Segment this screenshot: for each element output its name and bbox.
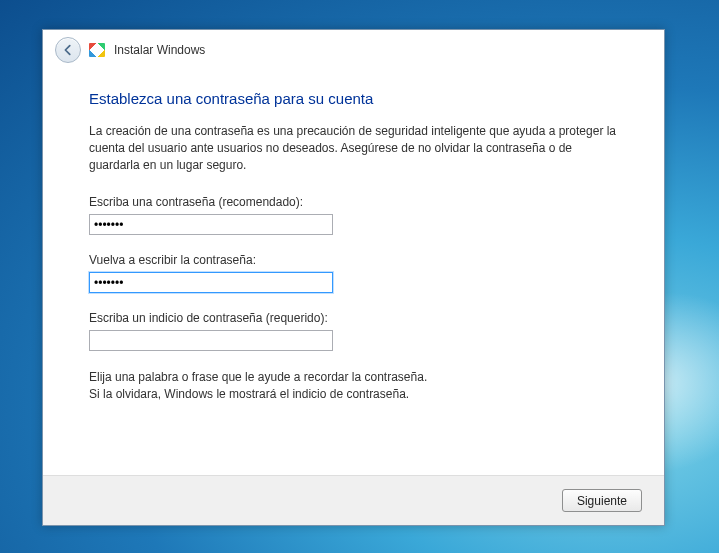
titlebar: Instalar Windows — [43, 30, 664, 70]
hint-field-group: Escriba un indicio de contraseña (requer… — [89, 311, 618, 351]
windows-flag-icon — [89, 43, 106, 57]
page-description: La creación de una contraseña es una pre… — [89, 123, 618, 173]
confirm-password-input[interactable] — [89, 272, 333, 293]
hint-help-text: Elija una palabra o frase que le ayude a… — [89, 369, 618, 403]
password-field-group: Escriba una contraseña (recomendado): — [89, 195, 618, 235]
next-button[interactable]: Siguiente — [562, 489, 642, 512]
install-dialog: Instalar Windows Establezca una contrase… — [42, 29, 665, 526]
back-button[interactable] — [55, 37, 81, 63]
confirm-password-field-group: Vuelva a escribir la contraseña: — [89, 253, 618, 293]
confirm-password-label: Vuelva a escribir la contraseña: — [89, 253, 618, 267]
window-title: Instalar Windows — [114, 43, 205, 57]
content-area: Establezca una contraseña para su cuenta… — [43, 70, 664, 475]
password-input[interactable] — [89, 214, 333, 235]
hint-input[interactable] — [89, 330, 333, 351]
button-bar: Siguiente — [43, 475, 664, 525]
arrow-left-icon — [61, 43, 75, 57]
page-heading: Establezca una contraseña para su cuenta — [89, 90, 618, 107]
password-label: Escriba una contraseña (recomendado): — [89, 195, 618, 209]
hint-label: Escriba un indicio de contraseña (requer… — [89, 311, 618, 325]
